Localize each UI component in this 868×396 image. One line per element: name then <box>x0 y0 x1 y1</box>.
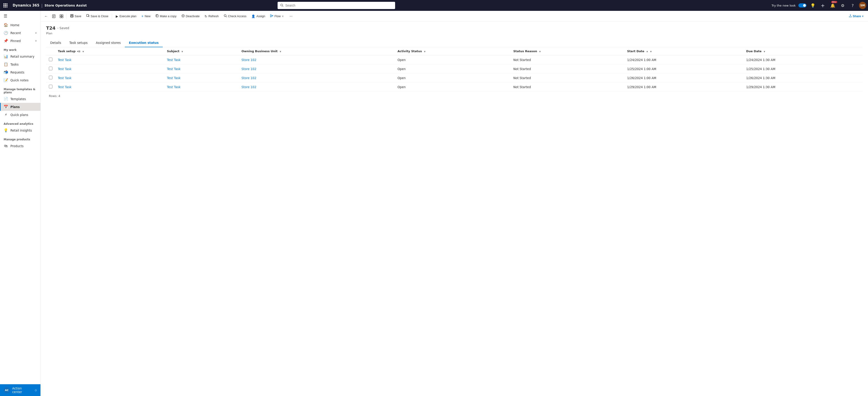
subject-link-1[interactable]: Test Task <box>167 67 181 71</box>
owning-bu-link-1[interactable]: Store 102 <box>241 67 256 71</box>
tab-details[interactable]: Details <box>46 39 65 47</box>
sidebar-item-products[interactable]: 🛍 Products <box>0 142 40 150</box>
new-label: New <box>145 14 151 18</box>
svg-rect-2 <box>6 3 7 4</box>
dynamics-title: Dynamics 365 <box>13 3 39 7</box>
tabs: Details Task setups Assigned stores Exec… <box>46 39 863 47</box>
subject-link-3[interactable]: Test Task <box>167 85 181 89</box>
sidebar-item-tasks[interactable]: 📋 Tasks <box>0 60 40 68</box>
task-setup-sort-icon[interactable]: ∨ <box>82 50 84 53</box>
try-new-look-label: Try the new look <box>772 4 796 7</box>
lightbulb-icon[interactable]: 💡 <box>809 2 816 9</box>
save-button[interactable]: Save <box>68 13 84 20</box>
my-work-label: My work <box>0 45 40 53</box>
assign-button[interactable]: 👤 Assign <box>249 13 268 20</box>
owning-bu-sort-icon[interactable]: ∨ <box>280 50 281 53</box>
check-access-button[interactable]: Check Access <box>221 13 249 20</box>
grid-view-button[interactable] <box>58 13 65 20</box>
tab-task-setups[interactable]: Task setups <box>65 39 92 47</box>
sidebar-item-quick-plans[interactable]: ⚡ Quick plans <box>0 111 40 119</box>
table-header-due-date[interactable]: Due Date ∨ <box>743 47 863 55</box>
table-header-subject[interactable]: Subject ∨ <box>164 47 239 55</box>
main-layout: ☰ 🏠 Home 🕐 Recent ∨ 📌 Pinned ∨ My work 📊… <box>0 11 868 396</box>
task-setup-link-2[interactable]: Test Task <box>58 76 71 80</box>
deactivate-button[interactable]: Deactivate <box>179 13 202 20</box>
plus-icon[interactable]: + <box>819 2 827 9</box>
sidebar-retail-summary-label: Retail summary <box>10 55 34 58</box>
owning-bu-link-2[interactable]: Store 102 <box>241 76 256 80</box>
sidebar-quick-plans-label: Quick plans <box>10 113 28 117</box>
start-date-sort-icon[interactable]: ∧ <box>646 50 648 53</box>
save-label: Save <box>74 14 81 18</box>
share-icon <box>849 14 852 18</box>
sidebar-item-requests[interactable]: 📬 Requests <box>0 68 40 76</box>
sidebar-item-recent[interactable]: 🕐 Recent ∨ <box>0 29 40 37</box>
sidebar-item-action-center[interactable]: AC Action center ◇ <box>0 384 40 396</box>
task-setup-link-0[interactable]: Test Task <box>58 58 71 62</box>
search-bar[interactable] <box>278 2 395 9</box>
share-button[interactable]: Share ∨ <box>846 13 866 20</box>
sidebar-item-templates[interactable]: 📄 Templates <box>0 95 40 103</box>
table-header-task-setup[interactable]: Task setup ▾⊞ ∨ <box>55 47 164 55</box>
back-button[interactable]: ← <box>42 13 50 20</box>
app-brand[interactable]: Dynamics 365 | Store Operations Assist <box>11 3 89 8</box>
subject-link-2[interactable]: Test Task <box>167 76 181 80</box>
subject-link-0[interactable]: Test Task <box>167 58 181 62</box>
sidebar-item-retail-insights[interactable]: 💡 Retail insights <box>0 126 40 134</box>
status-reason-sort-icon[interactable]: ∨ <box>539 50 541 53</box>
owning-bu-link-0[interactable]: Store 102 <box>241 58 256 62</box>
sidebar-templates-label: Templates <box>10 97 26 101</box>
table-header-owning-business-unit[interactable]: Owning Business Unit ∨ <box>239 47 395 55</box>
flow-button[interactable]: Flow ∨ <box>268 13 286 20</box>
table-header-status-reason[interactable]: Status Reason ∨ <box>510 47 625 55</box>
due-date-sort-icon[interactable]: ∨ <box>764 50 765 53</box>
task-setup-filter-icon[interactable]: ▾⊞ <box>77 50 81 53</box>
task-setup-link-1[interactable]: Test Task <box>58 67 71 71</box>
row-checkbox-0[interactable] <box>49 58 53 61</box>
tab-assigned-stores[interactable]: Assigned stores <box>92 39 125 47</box>
sidebar-item-quick-notes[interactable]: 📝 Quick notes <box>0 76 40 84</box>
notifications-icon[interactable]: 🔔 99+ <box>829 2 836 9</box>
share-label: Share <box>853 14 861 18</box>
document-view-button[interactable] <box>50 13 57 20</box>
table-header-start-date[interactable]: Start Date ∧ ∨ <box>624 47 743 55</box>
table-row: Test Task Test Task Store 102 Open Not S… <box>46 64 863 73</box>
sidebar-item-retail-summary[interactable]: 📊 Retail summary <box>0 53 40 60</box>
sidebar-section-templates: Manage templates & plans 📄 Templates 📅 P… <box>0 85 40 119</box>
more-options-button[interactable]: ⋯ <box>287 13 295 19</box>
activity-status-sort-icon[interactable]: ∨ <box>424 50 426 53</box>
share-chevron-icon: ∨ <box>862 15 864 18</box>
hamburger-icon[interactable]: ☰ <box>0 11 40 21</box>
sidebar-footer: AC Action center ◇ <box>0 384 40 396</box>
tasks-icon: 📋 <box>4 62 8 66</box>
sidebar-item-home[interactable]: 🏠 Home <box>0 21 40 29</box>
settings-icon[interactable]: ⚙ <box>839 2 846 9</box>
new-button[interactable]: + New <box>139 13 153 20</box>
new-icon: + <box>142 14 144 18</box>
search-input[interactable] <box>285 4 393 7</box>
owning-bu-link-3[interactable]: Store 102 <box>241 85 256 89</box>
tab-execution-status[interactable]: Execution status <box>125 39 163 47</box>
save-close-button[interactable]: Save & Close <box>84 13 111 20</box>
new-look-toggle[interactable] <box>798 3 807 7</box>
sidebar-requests-label: Requests <box>10 70 24 74</box>
refresh-button[interactable]: ↻ Refresh <box>202 13 221 20</box>
sidebar-item-pinned[interactable]: 📌 Pinned ∨ <box>0 37 40 45</box>
row-due-date-2: 1/26/2024 1:30 AM <box>743 73 863 83</box>
help-icon[interactable]: ? <box>849 2 856 9</box>
sidebar-quick-notes-label: Quick notes <box>10 79 29 82</box>
table-header-check <box>46 47 55 55</box>
sidebar-item-plans[interactable]: 📅 Plans <box>0 103 40 111</box>
svg-rect-17 <box>60 17 61 18</box>
row-due-date-0: 1/24/2024 1:30 AM <box>743 55 863 64</box>
table-header-activity-status[interactable]: Activity Status ∨ <box>395 47 510 55</box>
make-copy-button[interactable]: Make a copy <box>153 13 179 20</box>
row-checkbox-1[interactable] <box>49 67 53 70</box>
row-checkbox-2[interactable] <box>49 76 53 79</box>
execute-plan-button[interactable]: ▶ Execute plan <box>114 13 138 20</box>
waffle-icon[interactable] <box>2 2 9 9</box>
task-setup-link-3[interactable]: Test Task <box>58 85 71 89</box>
subject-sort-icon[interactable]: ∨ <box>181 50 183 53</box>
avatar[interactable]: SM <box>859 2 866 9</box>
row-checkbox-3[interactable] <box>49 85 53 88</box>
